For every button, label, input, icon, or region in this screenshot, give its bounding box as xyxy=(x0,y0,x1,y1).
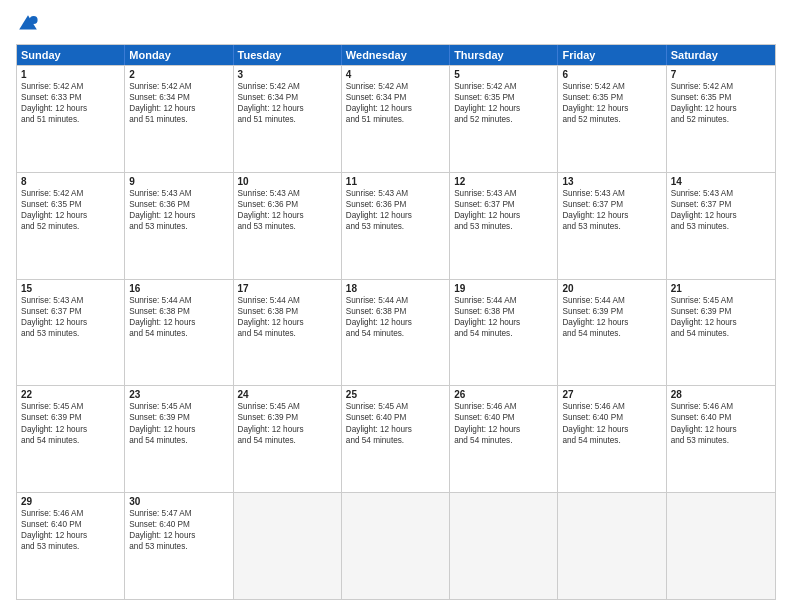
day-number: 14 xyxy=(671,176,771,187)
calendar-empty-cell xyxy=(558,493,666,599)
calendar-day-14: 14Sunrise: 5:43 AM Sunset: 6:37 PM Dayli… xyxy=(667,173,775,279)
calendar-day-2: 2Sunrise: 5:42 AM Sunset: 6:34 PM Daylig… xyxy=(125,66,233,172)
calendar-day-16: 16Sunrise: 5:44 AM Sunset: 6:38 PM Dayli… xyxy=(125,280,233,386)
logo xyxy=(16,12,44,36)
day-number: 2 xyxy=(129,69,228,80)
calendar-day-4: 4Sunrise: 5:42 AM Sunset: 6:34 PM Daylig… xyxy=(342,66,450,172)
header-day-friday: Friday xyxy=(558,45,666,65)
day-info: Sunrise: 5:46 AM Sunset: 6:40 PM Dayligh… xyxy=(454,401,553,445)
day-number: 9 xyxy=(129,176,228,187)
day-number: 23 xyxy=(129,389,228,400)
day-info: Sunrise: 5:43 AM Sunset: 6:37 PM Dayligh… xyxy=(454,188,553,232)
calendar-day-12: 12Sunrise: 5:43 AM Sunset: 6:37 PM Dayli… xyxy=(450,173,558,279)
calendar-empty-cell xyxy=(234,493,342,599)
calendar-week-1: 1Sunrise: 5:42 AM Sunset: 6:33 PM Daylig… xyxy=(17,65,775,172)
day-info: Sunrise: 5:44 AM Sunset: 6:39 PM Dayligh… xyxy=(562,295,661,339)
day-info: Sunrise: 5:45 AM Sunset: 6:39 PM Dayligh… xyxy=(129,401,228,445)
day-number: 29 xyxy=(21,496,120,507)
day-number: 25 xyxy=(346,389,445,400)
day-number: 16 xyxy=(129,283,228,294)
day-info: Sunrise: 5:43 AM Sunset: 6:36 PM Dayligh… xyxy=(346,188,445,232)
header-day-monday: Monday xyxy=(125,45,233,65)
calendar-day-20: 20Sunrise: 5:44 AM Sunset: 6:39 PM Dayli… xyxy=(558,280,666,386)
logo-icon xyxy=(16,12,40,36)
day-info: Sunrise: 5:43 AM Sunset: 6:36 PM Dayligh… xyxy=(238,188,337,232)
day-number: 19 xyxy=(454,283,553,294)
day-info: Sunrise: 5:45 AM Sunset: 6:40 PM Dayligh… xyxy=(346,401,445,445)
day-number: 21 xyxy=(671,283,771,294)
calendar-day-30: 30Sunrise: 5:47 AM Sunset: 6:40 PM Dayli… xyxy=(125,493,233,599)
header-day-wednesday: Wednesday xyxy=(342,45,450,65)
day-info: Sunrise: 5:42 AM Sunset: 6:35 PM Dayligh… xyxy=(671,81,771,125)
calendar-day-3: 3Sunrise: 5:42 AM Sunset: 6:34 PM Daylig… xyxy=(234,66,342,172)
calendar-day-15: 15Sunrise: 5:43 AM Sunset: 6:37 PM Dayli… xyxy=(17,280,125,386)
calendar: SundayMondayTuesdayWednesdayThursdayFrid… xyxy=(16,44,776,600)
day-number: 6 xyxy=(562,69,661,80)
calendar-day-5: 5Sunrise: 5:42 AM Sunset: 6:35 PM Daylig… xyxy=(450,66,558,172)
day-number: 30 xyxy=(129,496,228,507)
calendar-day-10: 10Sunrise: 5:43 AM Sunset: 6:36 PM Dayli… xyxy=(234,173,342,279)
day-info: Sunrise: 5:43 AM Sunset: 6:37 PM Dayligh… xyxy=(21,295,120,339)
header-day-saturday: Saturday xyxy=(667,45,775,65)
calendar-week-3: 15Sunrise: 5:43 AM Sunset: 6:37 PM Dayli… xyxy=(17,279,775,386)
svg-point-1 xyxy=(30,16,38,24)
day-number: 1 xyxy=(21,69,120,80)
day-info: Sunrise: 5:44 AM Sunset: 6:38 PM Dayligh… xyxy=(454,295,553,339)
header-day-tuesday: Tuesday xyxy=(234,45,342,65)
day-number: 15 xyxy=(21,283,120,294)
calendar-day-28: 28Sunrise: 5:46 AM Sunset: 6:40 PM Dayli… xyxy=(667,386,775,492)
calendar-day-8: 8Sunrise: 5:42 AM Sunset: 6:35 PM Daylig… xyxy=(17,173,125,279)
header-day-sunday: Sunday xyxy=(17,45,125,65)
day-number: 11 xyxy=(346,176,445,187)
calendar-day-7: 7Sunrise: 5:42 AM Sunset: 6:35 PM Daylig… xyxy=(667,66,775,172)
calendar-week-4: 22Sunrise: 5:45 AM Sunset: 6:39 PM Dayli… xyxy=(17,385,775,492)
day-info: Sunrise: 5:44 AM Sunset: 6:38 PM Dayligh… xyxy=(129,295,228,339)
day-number: 24 xyxy=(238,389,337,400)
day-info: Sunrise: 5:42 AM Sunset: 6:34 PM Dayligh… xyxy=(129,81,228,125)
calendar-day-26: 26Sunrise: 5:46 AM Sunset: 6:40 PM Dayli… xyxy=(450,386,558,492)
day-info: Sunrise: 5:42 AM Sunset: 6:35 PM Dayligh… xyxy=(562,81,661,125)
calendar-day-25: 25Sunrise: 5:45 AM Sunset: 6:40 PM Dayli… xyxy=(342,386,450,492)
day-number: 3 xyxy=(238,69,337,80)
day-number: 28 xyxy=(671,389,771,400)
day-info: Sunrise: 5:42 AM Sunset: 6:35 PM Dayligh… xyxy=(21,188,120,232)
day-number: 27 xyxy=(562,389,661,400)
day-info: Sunrise: 5:43 AM Sunset: 6:37 PM Dayligh… xyxy=(671,188,771,232)
calendar-empty-cell xyxy=(667,493,775,599)
day-number: 20 xyxy=(562,283,661,294)
day-info: Sunrise: 5:42 AM Sunset: 6:34 PM Dayligh… xyxy=(346,81,445,125)
day-number: 22 xyxy=(21,389,120,400)
calendar-day-6: 6Sunrise: 5:42 AM Sunset: 6:35 PM Daylig… xyxy=(558,66,666,172)
day-info: Sunrise: 5:42 AM Sunset: 6:34 PM Dayligh… xyxy=(238,81,337,125)
day-info: Sunrise: 5:46 AM Sunset: 6:40 PM Dayligh… xyxy=(21,508,120,552)
day-number: 17 xyxy=(238,283,337,294)
day-number: 26 xyxy=(454,389,553,400)
day-info: Sunrise: 5:43 AM Sunset: 6:37 PM Dayligh… xyxy=(562,188,661,232)
day-number: 7 xyxy=(671,69,771,80)
calendar-day-29: 29Sunrise: 5:46 AM Sunset: 6:40 PM Dayli… xyxy=(17,493,125,599)
header-day-thursday: Thursday xyxy=(450,45,558,65)
day-info: Sunrise: 5:45 AM Sunset: 6:39 PM Dayligh… xyxy=(238,401,337,445)
day-info: Sunrise: 5:42 AM Sunset: 6:33 PM Dayligh… xyxy=(21,81,120,125)
calendar-day-24: 24Sunrise: 5:45 AM Sunset: 6:39 PM Dayli… xyxy=(234,386,342,492)
calendar-day-1: 1Sunrise: 5:42 AM Sunset: 6:33 PM Daylig… xyxy=(17,66,125,172)
calendar-body: 1Sunrise: 5:42 AM Sunset: 6:33 PM Daylig… xyxy=(17,65,775,599)
calendar-day-19: 19Sunrise: 5:44 AM Sunset: 6:38 PM Dayli… xyxy=(450,280,558,386)
calendar-day-17: 17Sunrise: 5:44 AM Sunset: 6:38 PM Dayli… xyxy=(234,280,342,386)
calendar-day-23: 23Sunrise: 5:45 AM Sunset: 6:39 PM Dayli… xyxy=(125,386,233,492)
day-info: Sunrise: 5:44 AM Sunset: 6:38 PM Dayligh… xyxy=(346,295,445,339)
day-number: 12 xyxy=(454,176,553,187)
page-header xyxy=(16,12,776,36)
day-info: Sunrise: 5:46 AM Sunset: 6:40 PM Dayligh… xyxy=(671,401,771,445)
day-number: 5 xyxy=(454,69,553,80)
day-info: Sunrise: 5:47 AM Sunset: 6:40 PM Dayligh… xyxy=(129,508,228,552)
calendar-day-11: 11Sunrise: 5:43 AM Sunset: 6:36 PM Dayli… xyxy=(342,173,450,279)
calendar-empty-cell xyxy=(342,493,450,599)
day-info: Sunrise: 5:43 AM Sunset: 6:36 PM Dayligh… xyxy=(129,188,228,232)
calendar-week-5: 29Sunrise: 5:46 AM Sunset: 6:40 PM Dayli… xyxy=(17,492,775,599)
calendar-day-22: 22Sunrise: 5:45 AM Sunset: 6:39 PM Dayli… xyxy=(17,386,125,492)
day-info: Sunrise: 5:45 AM Sunset: 6:39 PM Dayligh… xyxy=(671,295,771,339)
calendar-day-21: 21Sunrise: 5:45 AM Sunset: 6:39 PM Dayli… xyxy=(667,280,775,386)
day-info: Sunrise: 5:42 AM Sunset: 6:35 PM Dayligh… xyxy=(454,81,553,125)
calendar-header-row: SundayMondayTuesdayWednesdayThursdayFrid… xyxy=(17,45,775,65)
